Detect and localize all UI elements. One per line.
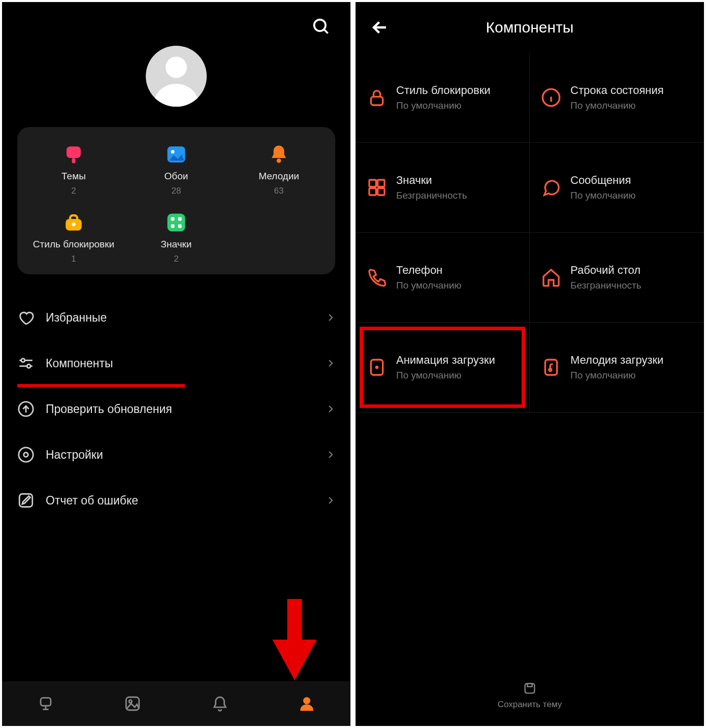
- menu-favorites[interactable]: Избранные: [17, 295, 335, 340]
- grid-count: 28: [172, 186, 181, 196]
- svg-point-10: [72, 223, 76, 226]
- svg-point-18: [21, 359, 25, 362]
- lockstyle-icon: [61, 210, 86, 235]
- menu-check-updates[interactable]: Проверить обновления: [17, 386, 335, 432]
- menu-label: Настройки: [46, 448, 315, 462]
- comp-title: Стиль блокировки: [396, 84, 491, 97]
- wallpaper-nav-icon: [124, 695, 141, 712]
- svg-point-23: [24, 453, 28, 457]
- grid-label: Значки: [161, 239, 192, 250]
- comp-status-bar[interactable]: Строка состояния По умолчанию: [530, 53, 704, 143]
- arrow-up-circle-icon: [17, 400, 35, 418]
- search-icon[interactable]: [312, 17, 330, 36]
- comp-icons[interactable]: Значки Безграничность: [356, 143, 530, 233]
- nav-wallpaper[interactable]: [89, 681, 177, 726]
- svg-rect-25: [41, 698, 51, 706]
- comp-sub: По умолчанию: [570, 370, 663, 381]
- annotation-arrow: [272, 599, 317, 680]
- edit-icon: [17, 492, 35, 509]
- chevron-right-icon: [326, 450, 335, 459]
- comp-sub: Безграничность: [570, 280, 641, 291]
- chat-icon: [541, 177, 561, 198]
- svg-point-19: [27, 364, 30, 368]
- menu-components[interactable]: Компоненты: [17, 340, 335, 386]
- comp-title: Рабочий стол: [570, 264, 641, 277]
- comp-boot-sound[interactable]: Мелодия загрузки По умолчанию: [530, 323, 704, 413]
- svg-rect-4: [72, 158, 76, 164]
- comp-sub: По умолчанию: [570, 190, 636, 201]
- nav-ringtone[interactable]: [176, 681, 264, 726]
- grid-ringtone[interactable]: Мелодии 63: [228, 142, 330, 196]
- comp-boot-animation[interactable]: Анимация загрузки По умолчанию: [356, 323, 530, 413]
- bottom-nav: [2, 681, 350, 726]
- menu-label: Компоненты: [46, 357, 315, 370]
- sliders-icon: [17, 355, 35, 372]
- grid-label: Обои: [165, 171, 188, 182]
- comp-title: Сообщения: [570, 174, 636, 187]
- svg-rect-13: [178, 217, 182, 221]
- content-grid: Темы 2 Обои 28 Мелодии 63: [17, 127, 335, 274]
- svg-rect-36: [369, 180, 376, 186]
- svg-rect-32: [371, 97, 382, 105]
- save-label: Сохранить тему: [498, 700, 562, 710]
- grid-label: Темы: [61, 171, 86, 182]
- menu-label: Отчет об ошибке: [46, 494, 315, 508]
- chevron-right-icon: [326, 496, 335, 505]
- svg-rect-9: [70, 215, 77, 221]
- chevron-right-icon: [326, 359, 335, 368]
- page-title: Компоненты: [389, 19, 670, 36]
- left-topbar: [2, 2, 350, 41]
- right-screenshot: Компоненты Стиль блокировки По умолчанию…: [356, 2, 704, 726]
- svg-rect-14: [171, 225, 175, 228]
- menu-list: Избранные Компоненты Проверить обновлени…: [17, 295, 335, 523]
- menu-label: Избранные: [46, 311, 315, 325]
- menu-bug-report[interactable]: Отчет об ошибке: [17, 478, 335, 523]
- comp-phone[interactable]: Телефон По умолчанию: [356, 233, 530, 323]
- svg-rect-37: [378, 180, 384, 186]
- svg-rect-3: [67, 146, 81, 158]
- svg-line-1: [324, 29, 328, 34]
- ringtone-icon: [267, 142, 291, 167]
- comp-desktop[interactable]: Рабочий стол Безграничность: [530, 233, 704, 323]
- right-header: Компоненты: [356, 2, 704, 53]
- menu-settings[interactable]: Настройки: [17, 432, 335, 478]
- boot-anim-icon: [367, 357, 387, 377]
- comp-sub: Безграничность: [396, 190, 467, 201]
- chevron-right-icon: [326, 404, 335, 414]
- svg-rect-11: [168, 214, 185, 232]
- comp-sub: По умолчанию: [396, 370, 495, 381]
- icons-icon: [164, 210, 188, 235]
- svg-rect-44: [525, 684, 535, 693]
- grid-lockstyle[interactable]: Стиль блокировки 1: [22, 210, 125, 264]
- svg-point-29: [129, 700, 132, 703]
- svg-point-41: [375, 366, 379, 369]
- grid-icon: [367, 177, 387, 198]
- grid-wallpaper[interactable]: Обои 28: [125, 142, 228, 196]
- target-icon: [17, 446, 35, 463]
- left-screenshot: Темы 2 Обои 28 Мелодии 63: [2, 2, 350, 726]
- nav-profile[interactable]: [264, 681, 351, 726]
- person-nav-icon: [298, 695, 315, 712]
- wallpaper-icon: [164, 142, 188, 167]
- comp-title: Мелодия загрузки: [570, 354, 663, 367]
- nav-themes[interactable]: [2, 681, 89, 726]
- comp-lock-style[interactable]: Стиль блокировки По умолчанию: [356, 53, 530, 143]
- grid-icons[interactable]: Значки 2: [125, 210, 228, 264]
- bell-nav-icon: [211, 695, 229, 712]
- svg-point-7: [277, 159, 281, 163]
- svg-rect-15: [178, 225, 182, 228]
- svg-point-22: [19, 448, 33, 462]
- avatar[interactable]: [146, 46, 207, 107]
- grid-themes[interactable]: Темы 2: [22, 142, 125, 196]
- chevron-right-icon: [326, 313, 335, 322]
- comp-title: Анимация загрузки: [396, 354, 495, 367]
- save-theme-button[interactable]: Сохранить тему: [356, 665, 704, 726]
- comp-title: Строка состояния: [570, 84, 664, 97]
- back-icon[interactable]: [371, 18, 389, 37]
- menu-label: Проверить обновления: [46, 402, 315, 416]
- comp-messages[interactable]: Сообщения По умолчанию: [530, 143, 704, 233]
- grid-count: 2: [174, 254, 178, 264]
- svg-rect-45: [527, 684, 532, 687]
- phone-icon: [367, 267, 387, 288]
- svg-point-0: [314, 20, 326, 31]
